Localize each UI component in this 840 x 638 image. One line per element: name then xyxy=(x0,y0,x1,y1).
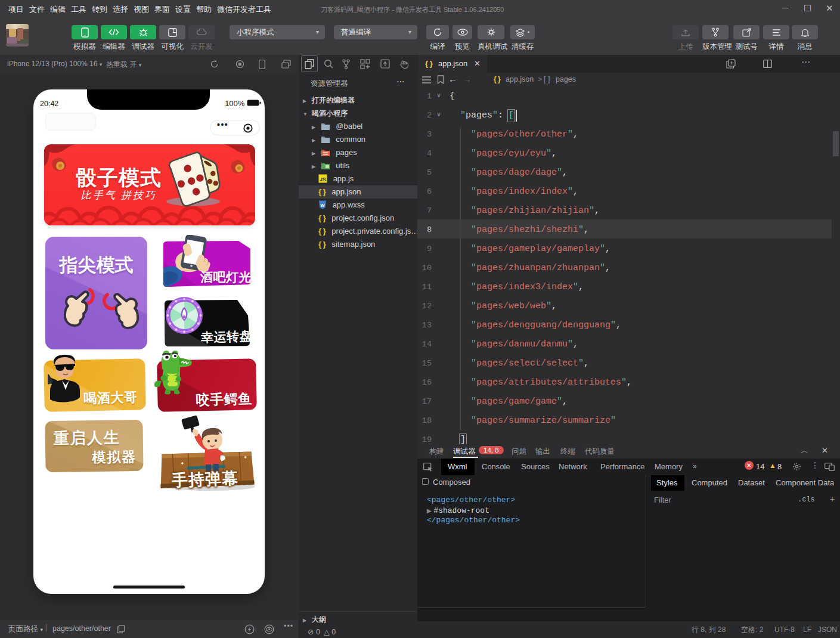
svg-text:W: W xyxy=(320,203,325,208)
svg-text:JS: JS xyxy=(320,176,326,182)
